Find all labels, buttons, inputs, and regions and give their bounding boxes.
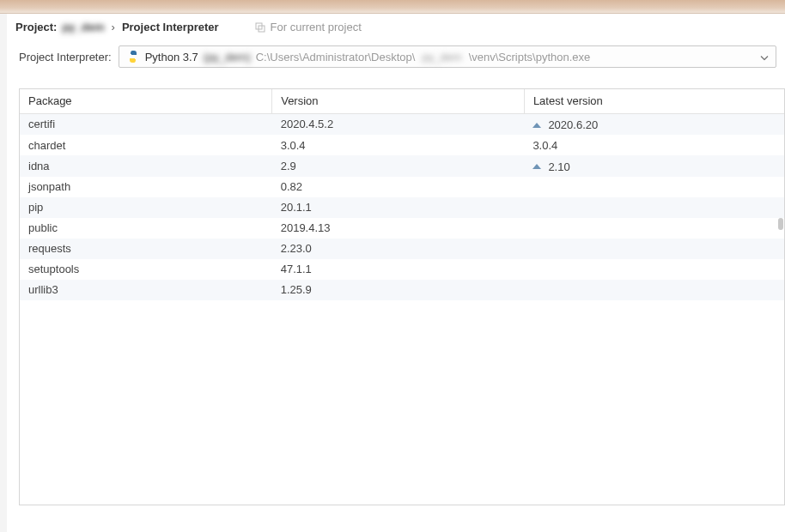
- cell-version: 1.25.9: [272, 280, 525, 300]
- cell-package: pip: [20, 197, 272, 218]
- window-title-bar: [0, 0, 785, 14]
- scrollbar-thumb[interactable]: [778, 218, 783, 230]
- cell-package: public: [20, 218, 272, 239]
- cell-version: 20.1.1: [272, 197, 525, 218]
- breadcrumb-chevron-icon: ›: [110, 21, 117, 33]
- interpreter-path-before: C:\Users\Administrator\Desktop\: [256, 51, 416, 63]
- packages-table-container: Package Version Latest version certifi20…: [19, 88, 785, 505]
- table-row[interactable]: requests2.23.0: [20, 239, 784, 259]
- cell-package: requests: [20, 239, 272, 259]
- cell-latest-value: 2020.6.20: [548, 118, 598, 131]
- interpreter-row: Project Interpreter: Python 3.7 (py_dem)…: [0, 42, 785, 78]
- for-current-project-label: For current project: [255, 21, 362, 33]
- cell-latest: [524, 177, 784, 197]
- breadcrumb-interpreter[interactable]: Project Interpreter: [122, 21, 219, 33]
- cell-package: setuptools: [20, 259, 272, 280]
- cell-latest: [524, 239, 784, 259]
- interpreter-path-blur: py_dem: [420, 51, 463, 63]
- cell-latest: [524, 218, 784, 239]
- cell-package: jsonpath: [20, 177, 272, 197]
- project-name[interactable]: py_dem: [62, 21, 104, 33]
- table-row[interactable]: public2019.4.13: [20, 218, 784, 239]
- cell-latest: 3.0.4: [524, 135, 784, 155]
- table-row[interactable]: pip20.1.1: [20, 197, 784, 218]
- table-row[interactable]: urllib31.25.9: [20, 280, 784, 300]
- cell-version: 2.9: [272, 155, 525, 177]
- table-row[interactable]: chardet3.0.43.0.4: [20, 135, 784, 155]
- cell-latest: [524, 197, 784, 218]
- interpreter-select[interactable]: Python 3.7 (py_dem) C:\Users\Administrat…: [119, 45, 776, 68]
- cell-version: 2.23.0: [272, 239, 525, 259]
- cell-version: 2019.4.13: [272, 218, 525, 239]
- project-label: Project:: [15, 21, 57, 33]
- col-latest[interactable]: Latest version: [524, 89, 784, 113]
- cell-package: urllib3: [20, 280, 272, 300]
- interpreter-path-after: \venv\Scripts\python.exe: [469, 51, 591, 63]
- cell-latest-value: 2.10: [548, 160, 569, 173]
- cell-version: 2020.4.5.2: [272, 113, 525, 135]
- table-row[interactable]: jsonpath0.82: [20, 177, 784, 197]
- cell-latest-value: 3.0.4: [532, 139, 557, 152]
- table-row[interactable]: setuptools47.1.1: [20, 259, 784, 280]
- left-gutter: [0, 14, 7, 532]
- cell-latest: 2020.6.20: [524, 113, 784, 135]
- cell-version: 47.1.1: [272, 259, 525, 280]
- col-version[interactable]: Version: [272, 89, 525, 113]
- col-package[interactable]: Package: [20, 89, 272, 113]
- python-icon: [126, 50, 140, 63]
- interpreter-field-label: Project Interpreter:: [19, 51, 112, 63]
- table-row[interactable]: idna2.92.10: [20, 155, 784, 177]
- upgrade-available-icon: [532, 123, 541, 128]
- cell-latest: [524, 259, 784, 280]
- breadcrumb: Project: py_dem › Project Interpreter Fo…: [0, 14, 785, 42]
- cell-package: idna: [20, 155, 272, 177]
- packages-table: Package Version Latest version certifi20…: [20, 89, 784, 300]
- cell-package: certifi: [20, 113, 272, 135]
- interpreter-name: Python 3.7: [145, 51, 198, 63]
- cell-version: 0.82: [272, 177, 525, 197]
- copy-icon: [255, 22, 265, 33]
- cell-package: chardet: [20, 135, 272, 155]
- cell-version: 3.0.4: [272, 135, 525, 155]
- upgrade-available-icon: [532, 164, 541, 169]
- chevron-down-icon: [760, 51, 769, 63]
- cell-latest: [524, 280, 784, 300]
- for-current-project-text: For current project: [271, 21, 362, 33]
- cell-latest: 2.10: [524, 155, 784, 177]
- interpreter-project-parens: (py_dem): [204, 51, 251, 63]
- table-row[interactable]: certifi2020.4.5.22020.6.20: [20, 113, 784, 135]
